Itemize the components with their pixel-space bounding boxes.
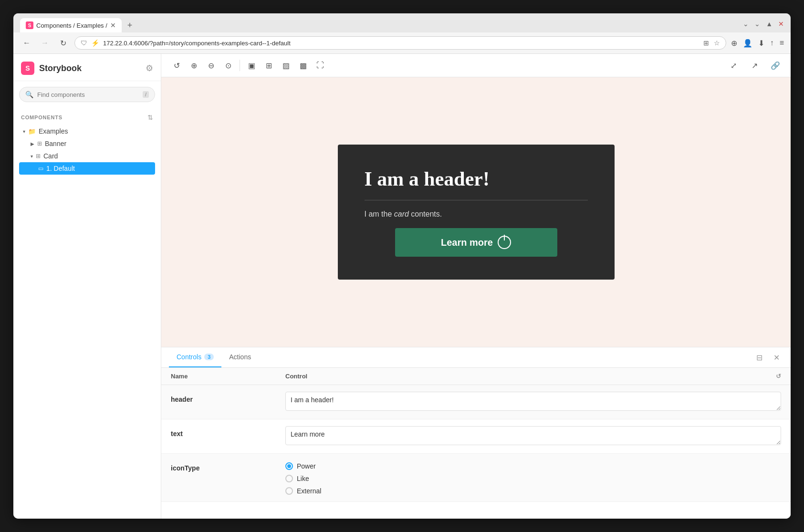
control-name-text: text [171,426,285,438]
zoom-out-button[interactable]: ⊖ [203,58,219,73]
search-input[interactable] [37,91,139,98]
panel-right-button[interactable]: ▩ [295,58,311,73]
chevron-down-icon: ▾ [23,129,25,134]
tab-list-icon[interactable]: ⌄ [754,20,760,28]
story-toolbar: ↺ ⊕ ⊖ ⊙ ▣ ⊞ ▨ ▩ ⛶ ⤢ ↗ 🔗 [161,54,791,77]
section-header: COMPONENTS ⇅ [19,112,155,123]
site-icon: ⚡ [91,39,99,47]
control-field-header: I am a header! [285,392,781,412]
new-tab-button[interactable]: + [124,19,136,32]
control-row-icontype: iconType Power Like [161,454,791,502]
card-preview: I am a header! I am the card contents. L… [338,145,615,280]
expand-button[interactable]: ⤢ [726,58,741,73]
component-icon: ⊞ [37,140,42,147]
reload-story-button[interactable]: ↺ [169,58,184,73]
security-icon: 🛡 [81,39,87,47]
power-icon [498,236,511,249]
tab-controls-badge: 3 [204,354,214,360]
sidebar-logo: S Storybook [21,62,82,75]
extensions-icon[interactable]: ⊕ [731,39,737,48]
control-row-header: header I am a header! [161,385,791,419]
header-input[interactable]: I am a header! [285,392,781,411]
split-panel-button[interactable]: ⊟ [752,351,766,364]
sidebar-item-label: Examples [39,127,68,135]
sidebar-item-default[interactable]: ▭ 1. Default [19,162,155,175]
tab-actions[interactable]: Actions [221,347,259,367]
toolbar-left: ↺ ⊕ ⊖ ⊙ ▣ ⊞ ▨ ▩ ⛶ [169,58,328,73]
main-content: ↺ ⊕ ⊖ ⊙ ▣ ⊞ ▨ ▩ ⛶ ⤢ ↗ 🔗 [161,54,791,519]
radio-power[interactable]: Power [285,462,781,470]
close-window-icon[interactable]: ✕ [778,20,784,28]
radio-external[interactable]: External [285,487,781,495]
search-slash: / [143,91,149,98]
sidebar-item-examples[interactable]: ▾ 📁 Examples [19,125,155,137]
controls-table: Name Control ↺ header I am a header! [161,368,791,502]
tab-title: Components / Examples / [36,22,107,29]
control-row-text: text Learn more [161,419,791,454]
search-box: 🔍 / [19,87,155,102]
address-bar: 🛡 ⚡ 172.22.0.4:6006/?path=/story/compone… [74,36,726,50]
tab-favicon: S [26,21,33,29]
chevron-right-icon: ▶ [31,141,34,146]
controls-table-header: Name Control ↺ [161,368,791,385]
tab-close-button[interactable]: ✕ [110,21,116,29]
panel-tab-actions: ⊟ ✕ [752,351,783,364]
tab-controls-label: Controls [177,353,201,361]
sidebar-item-card[interactable]: ▾ ⊞ Card [19,150,155,162]
radio-label-like: Like [297,475,309,482]
reload-button[interactable]: ↻ [56,36,70,50]
canvas-area: I am a header! I am the card contents. L… [161,77,791,347]
button-label: Learn more [441,237,493,248]
col-control-header: Control [285,373,776,380]
text-input[interactable]: Learn more [285,426,781,445]
tab-controls[interactable]: Controls 3 [169,347,221,367]
menu-icon[interactable]: ≡ [780,39,784,47]
grid-icon[interactable]: ⊞ [703,39,709,47]
storybook-title: Storybook [39,63,82,73]
section-label: COMPONENTS [21,115,63,120]
sidebar: S Storybook ⚙ 🔍 / COMPONENTS ⇅ ▾ [13,54,161,519]
bottom-panel: Controls 3 Actions ⊟ ✕ Name Control [161,347,791,519]
settings-button[interactable]: ⚙ [146,63,153,73]
sidebar-tree-section: COMPONENTS ⇅ ▾ 📁 Examples ▶ ⊞ Banner [13,108,161,178]
section-collapse-icon[interactable]: ⇅ [147,114,153,121]
downloads-icon[interactable]: ⬇ [758,39,764,48]
radio-circle-like [285,475,293,482]
card-body-text: I am the card contents. [365,210,588,219]
close-panel-button[interactable]: ✕ [770,351,783,364]
radio-circle-external [285,487,293,495]
grid-view-button[interactable]: ⊞ [261,58,276,73]
forward-button[interactable]: → [38,36,52,50]
radio-like[interactable]: Like [285,475,781,482]
link-button[interactable]: 🔗 [768,58,783,73]
fullscreen-button[interactable]: ⛶ [313,58,328,73]
sidebar-item-label: 1. Default [46,165,75,172]
folder-icon: 📁 [28,128,36,135]
single-view-button[interactable]: ▣ [244,58,259,73]
zoom-reset-button[interactable]: ⊙ [220,58,236,73]
url-input[interactable]: 172.22.0.4:6006/?path=/story/components-… [103,40,700,47]
storybook-logo-icon: S [21,62,34,75]
profile-icon[interactable]: 👤 [743,39,752,48]
story-icon: ▭ [38,165,43,172]
radio-label-external: External [297,487,321,495]
new-window-button[interactable]: ↗ [747,58,762,73]
tab-dropdown-icon[interactable]: ⌄ [743,20,749,28]
minimize-icon[interactable]: ▲ [766,20,773,28]
panel-bottom-button[interactable]: ▨ [278,58,293,73]
control-field-icontype: Power Like External [285,460,781,495]
tab-actions-label: Actions [229,353,251,361]
radio-label-power: Power [297,462,316,470]
sidebar-item-banner[interactable]: ▶ ⊞ Banner [19,137,155,150]
back-button[interactable]: ← [20,36,33,50]
panel-tabs: Controls 3 Actions ⊟ ✕ [161,347,791,368]
col-name-header: Name [171,373,285,380]
zoom-in-button[interactable]: ⊕ [186,58,201,73]
share-icon[interactable]: ↑ [770,39,774,47]
browser-tab[interactable]: S Components / Examples / ✕ [20,18,122,32]
learn-more-button[interactable]: Learn more [395,228,557,257]
reset-controls-button[interactable]: ↺ [776,373,781,380]
bookmark-icon[interactable]: ☆ [714,39,720,47]
tab-actions: ⌄ ⌄ ▲ ✕ [743,20,784,31]
component-icon: ⊞ [36,153,41,159]
